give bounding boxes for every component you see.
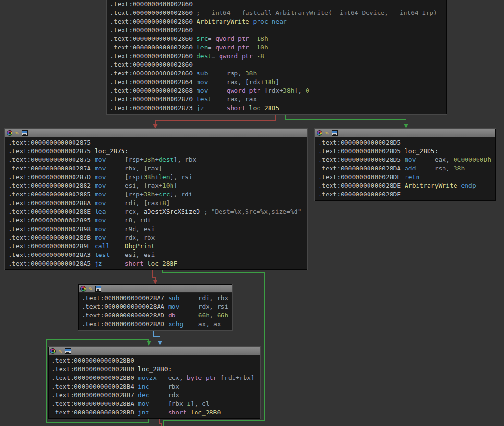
code-token: rdi, rbx: [198, 294, 229, 302]
code-line[interactable]: .text:0000000000002873 jz short loc_28D5: [110, 104, 443, 112]
code-token: ], cl: [191, 400, 209, 407]
code-token: .text:0000000000002860: [110, 0, 193, 8]
code-line[interactable]: .text:00000000000028DE ArbitraryWrite en…: [318, 182, 492, 190]
code-line[interactable]: .text:0000000000002860 dest= qword ptr -…: [110, 52, 443, 61]
code-line[interactable]: .text:0000000000002860 len= qword ptr -1…: [110, 43, 443, 52]
block-titlebar[interactable]: ✎: [315, 129, 495, 137]
code-token: ,: [209, 312, 217, 319]
code-token: .text:00000000000028DA: [318, 165, 401, 172]
code-line[interactable]: .text:000000000000289B mov rdx, rbx: [8, 233, 304, 242]
code-line[interactable]: .text:00000000000028BA mov [rbx-1], cl: [51, 400, 257, 408]
edit-pencil-icon[interactable]: ✎: [14, 130, 20, 136]
code-line[interactable]: .text:00000000000028D5: [318, 138, 492, 147]
code-line[interactable]: .text:00000000000028B4 inc rbx: [51, 382, 257, 391]
edit-pencil-icon[interactable]: ✎: [324, 130, 330, 136]
code-token: short: [125, 260, 144, 267]
code-token: .text:00000000000028AD: [82, 312, 164, 319]
code-line[interactable]: .text:00000000000028AD db 66h, 66h: [82, 311, 229, 320]
code-line[interactable]: .text:00000000000028A3 test esi, esi: [8, 251, 304, 259]
graph-canvas[interactable]: .text:0000000000002860.text:000000000000…: [0, 0, 504, 426]
code-token: rdx, rbx: [125, 234, 155, 241]
code-token: .text:00000000000028B0: [51, 374, 134, 381]
code-line[interactable]: .text:0000000000002860 ArbitraryWrite pr…: [110, 17, 443, 26]
code-line[interactable]: .text:000000000000287D mov [rsp+38h+len]…: [8, 173, 304, 182]
code-line[interactable]: .text:00000000000028B7 dec rdx: [51, 391, 257, 400]
group-node-icon[interactable]: [95, 286, 101, 292]
code-line[interactable]: .text:0000000000002895 mov r8, rdi: [8, 216, 304, 225]
node-color-wheel-icon[interactable]: [80, 286, 86, 292]
code-token: len: [159, 173, 170, 181]
code-line[interactable]: .text:000000000000288A mov rdi, [rax+8]: [8, 199, 304, 207]
code-line[interactable]: .text:0000000000002860 ; __int64 __fastc…: [110, 9, 443, 17]
edit-pencil-icon[interactable]: ✎: [57, 348, 63, 354]
code-line[interactable]: .text:00000000000028AD xchg ax, ax: [82, 320, 229, 329]
code-line[interactable]: .text:000000000000289E call DbgPrint: [8, 242, 304, 251]
code-line[interactable]: .text:0000000000002875: [8, 138, 304, 147]
basic-block-28D5[interactable]: ✎.text:00000000000028D5.text:00000000000…: [315, 129, 496, 201]
code-line[interactable]: .text:0000000000002860: [110, 61, 443, 69]
code-line[interactable]: .text:00000000000028B0 movzx ecx, byte p…: [51, 374, 257, 382]
code-line[interactable]: .text:0000000000002860: [110, 26, 443, 35]
edge-2875-false-to-28A7: [152, 269, 155, 280]
node-color-wheel-icon[interactable]: [50, 348, 56, 354]
group-node-icon[interactable]: [65, 348, 71, 354]
code-line[interactable]: .text:00000000000028A7 sub rdi, rbx: [82, 294, 229, 303]
code-line[interactable]: .text:0000000000002864 mov rax, [rdx+18h…: [110, 78, 443, 86]
code-token: DbgPrint: [125, 243, 155, 250]
code-line[interactable]: .text:00000000000028DE: [318, 190, 492, 199]
code-line[interactable]: .text:0000000000002875 loc_2875:: [8, 147, 304, 156]
code-token: mov: [91, 191, 124, 198]
code-token: loc_28D5:: [401, 147, 438, 155]
basic-block-28A7[interactable]: ✎.text:00000000000028A7 sub rdi, rbx.tex…: [78, 284, 232, 330]
edge-2875-false-to-28A7-arrowhead: [153, 280, 158, 284]
block-titlebar[interactable]: ✎: [49, 347, 260, 355]
block-titlebar[interactable]: ✎: [5, 129, 307, 137]
code-token: .text:0000000000002875: [8, 156, 91, 163]
code-token: .text:00000000000028D5: [318, 147, 401, 155]
code-token: 66h: [217, 312, 228, 319]
code-line[interactable]: .text:0000000000002898 mov r9d, esi: [8, 225, 304, 233]
basic-block-2875[interactable]: ✎.text:0000000000002875.text:00000000000…: [5, 129, 307, 270]
code-token: .text:00000000000028B0: [51, 365, 134, 373]
basic-block-2860[interactable]: .text:0000000000002860.text:000000000000…: [107, 0, 447, 114]
code-line[interactable]: .text:0000000000002860 src= qword ptr -1…: [110, 35, 443, 43]
block-titlebar[interactable]: ✎: [79, 285, 232, 293]
code-line[interactable]: .text:0000000000002868 mov qword ptr [rd…: [110, 86, 443, 95]
code-token: ], rsi: [170, 173, 193, 181]
code-line[interactable]: .text:0000000000002870 test rax, rax: [110, 95, 443, 104]
code-token: rcx,: [125, 208, 144, 215]
code-token: +: [155, 156, 159, 163]
group-node-icon[interactable]: [332, 130, 338, 136]
code-line[interactable]: .text:00000000000028A5 jz short loc_28BF: [8, 259, 304, 268]
code-line[interactable]: .text:000000000000288E lea rcx, aDestXSr…: [8, 207, 304, 216]
code-line[interactable]: .text:0000000000002860 sub rsp, 38h: [110, 69, 443, 78]
code-token: src: [159, 191, 170, 198]
code-line[interactable]: .text:0000000000002860: [110, 0, 443, 9]
edit-pencil-icon[interactable]: ✎: [87, 286, 94, 292]
code-token: ArbitraryWrite: [401, 182, 457, 189]
code-line[interactable]: .text:0000000000002882 mov esi, [rax+10h…: [8, 182, 304, 190]
code-token: len: [193, 44, 208, 51]
code-token: mov: [401, 156, 434, 163]
group-node-icon[interactable]: [22, 130, 28, 136]
code-token: 38h: [144, 156, 155, 163]
code-token: .text:000000000000289B: [8, 234, 91, 241]
code-line[interactable]: .text:00000000000028D5 loc_28D5:: [318, 147, 492, 156]
code-line[interactable]: .text:00000000000028B0 loc_28B0:: [51, 365, 257, 374]
code-token: mov: [91, 165, 124, 172]
basic-block-28B0[interactable]: ✎.text:00000000000028B0.text:00000000000…: [48, 347, 260, 419]
code-line[interactable]: .text:0000000000002885 mov [rsp+38h+src]…: [8, 190, 304, 199]
code-token: loc_28B0:: [134, 365, 172, 373]
code-line[interactable]: .text:00000000000028AA mov rdx, rsi: [82, 303, 229, 311]
code-line[interactable]: .text:00000000000028DE retn: [318, 173, 492, 182]
code-line[interactable]: .text:00000000000028D5 mov eax, 0C000000…: [318, 156, 492, 164]
node-color-wheel-icon[interactable]: [7, 130, 12, 136]
code-line[interactable]: .text:00000000000028DA add rsp, 38h: [318, 164, 492, 173]
code-line[interactable]: .text:00000000000028BD jnz short loc_28B…: [51, 408, 257, 417]
code-token: [rdx+: [260, 87, 283, 94]
node-color-wheel-icon[interactable]: [317, 130, 322, 136]
code-line[interactable]: .text:0000000000002875 mov [rsp+38h+dest…: [8, 156, 304, 164]
code-line[interactable]: .text:000000000000287A mov rbx, [rax]: [8, 164, 304, 173]
code-line[interactable]: .text:00000000000028B0: [51, 356, 257, 365]
code-token: ax, ax: [198, 320, 221, 328]
